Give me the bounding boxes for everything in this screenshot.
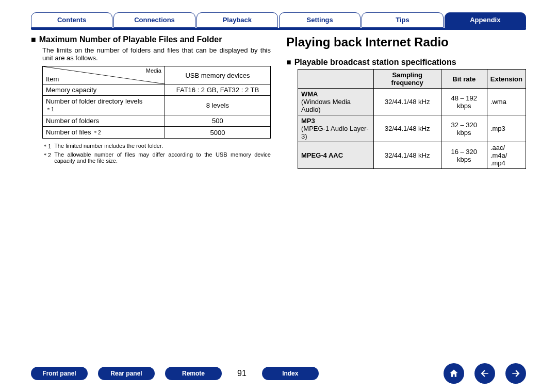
codec-sampling: 32/44.1/48 kHz: [373, 89, 441, 115]
row-label: Number of folder directory levels ＊1: [43, 96, 165, 115]
page-number: 91: [232, 369, 252, 378]
header-extension: Extension: [487, 70, 526, 89]
footnote-marker: ＊1: [42, 143, 51, 150]
row-value: 8 levels: [165, 96, 270, 115]
left-description: The limits on the number of folders and …: [42, 46, 271, 62]
table-row: WMA (Windows Media Audio) 32/44.1/48 kHz…: [298, 89, 526, 115]
left-column: ■ Maximum Number of Playable Files and F…: [31, 35, 271, 169]
codec-bitrate: 16 – 320 kbps: [441, 142, 487, 169]
tab-settings[interactable]: Settings: [279, 12, 361, 28]
footnote: ＊1 The limited number includes the root …: [42, 143, 271, 150]
empty-header: [298, 70, 374, 89]
arrow-left-icon: [480, 368, 490, 379]
home-button[interactable]: [444, 363, 464, 384]
right-spec-table: Sampling frequency Bit rate Extension WM…: [298, 69, 526, 169]
row-label: Number of files ＊2: [43, 127, 165, 139]
home-icon: [449, 368, 459, 379]
header-bitrate: Bit rate: [441, 70, 487, 89]
row-value: 500: [165, 115, 270, 127]
codec-sampling: 32/44.1/48 kHz: [373, 115, 441, 142]
table-row: MP3 (MPEG-1 Audio Layer-3) 32/44.1/48 kH…: [298, 115, 526, 142]
arrow-right-icon: [511, 368, 521, 379]
table-header-row: Sampling frequency Bit rate Extension: [298, 70, 526, 89]
square-bullet-icon: ■: [31, 35, 36, 44]
tab-tips[interactable]: Tips: [362, 12, 443, 28]
codec-ext: .wma: [487, 89, 526, 115]
codec-bitrate: 48 – 192 kbps: [441, 89, 487, 115]
row-value: FAT16 : 2 GB, FAT32 : 2 TB: [165, 84, 270, 96]
footnote: ＊2 The allowable number of files may dif…: [42, 151, 271, 164]
table-row: Number of folder directory levels ＊1 8 l…: [43, 96, 271, 115]
tab-contents[interactable]: Contents: [31, 12, 112, 28]
tab-connections[interactable]: Connections: [113, 12, 195, 28]
front-panel-button[interactable]: Front panel: [31, 367, 88, 380]
remote-button[interactable]: Remote: [165, 367, 222, 380]
table-row: Number of files ＊2 5000: [43, 127, 271, 139]
left-section-title: ■ Maximum Number of Playable Files and F…: [31, 35, 271, 44]
page-body: ■ Maximum Number of Playable Files and F…: [0, 30, 557, 169]
table-row: MPEG-4 AAC 32/44.1/48 kHz 16 – 320 kbps …: [298, 142, 526, 169]
top-tabs: Contents Connections Playback Settings T…: [0, 0, 557, 28]
codec-ext: .aac/ .m4a/ .mp4: [487, 142, 526, 169]
index-button[interactable]: Index: [262, 367, 319, 380]
media-label: Media: [146, 67, 161, 74]
table-row: Memory capacity FAT16 : 2 GB, FAT32 : 2 …: [43, 84, 271, 96]
right-section-title-text: Playable broadcast station specification…: [294, 58, 456, 67]
footnote-text: The allowable number of files may differ…: [54, 151, 271, 164]
right-column: Playing back Internet Radio ■ Playable b…: [286, 35, 526, 169]
right-section-title: ■ Playable broadcast station specificati…: [286, 58, 526, 67]
prev-button[interactable]: [474, 363, 495, 384]
tab-appendix[interactable]: Appendix: [445, 12, 526, 28]
left-section-title-text: Maximum Number of Playable Files and Fol…: [39, 35, 222, 44]
codec-sampling: 32/44.1/48 kHz: [373, 142, 441, 169]
page-title: Playing back Internet Radio: [286, 35, 526, 49]
left-spec-table: Media Item USB memory devices Memory cap…: [42, 66, 271, 139]
rear-panel-button[interactable]: Rear panel: [98, 367, 155, 380]
codec-name: MPEG-4 AAC: [298, 142, 374, 169]
codec-name: MP3 (MPEG-1 Audio Layer-3): [298, 115, 374, 142]
tab-playback[interactable]: Playback: [196, 12, 278, 28]
footnotes: ＊1 The limited number includes the root …: [31, 143, 271, 164]
codec-name: WMA (Windows Media Audio): [298, 89, 374, 115]
row-label: Number of folders: [43, 115, 165, 127]
item-label: Item: [46, 75, 59, 83]
row-label: Memory capacity: [43, 84, 165, 96]
footnote-text: The limited number includes the root fol…: [54, 143, 163, 150]
row-value: 5000: [165, 127, 270, 139]
next-button[interactable]: [505, 363, 526, 384]
footnote-marker: ＊2: [42, 151, 51, 164]
table-row: Number of folders 500: [43, 115, 271, 127]
header-sampling: Sampling frequency: [373, 70, 441, 89]
square-bullet-icon: ■: [286, 58, 291, 67]
codec-bitrate: 32 – 320 kbps: [441, 115, 487, 142]
codec-ext: .mp3: [487, 115, 526, 142]
bottom-bar: Front panel Rear panel Remote 91 Index: [0, 363, 557, 384]
table-diagonal-cell: Media Item: [43, 66, 165, 84]
col-header: USB memory devices: [165, 66, 270, 84]
